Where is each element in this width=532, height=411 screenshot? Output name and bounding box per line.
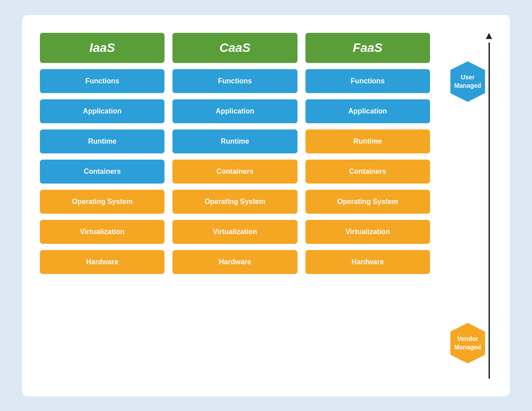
cell-iaas-hardware: Hardware <box>40 250 164 274</box>
vendor-managed-label: VendorManaged <box>454 335 481 351</box>
cell-iaas-runtime: Runtime <box>40 129 164 153</box>
cell-faas-hardware: Hardware <box>305 250 430 274</box>
cell-caas-hardware: Hardware <box>172 250 297 274</box>
column-iaas: IaaSFunctionsApplicationRuntimeContainer… <box>40 33 164 379</box>
vendor-managed-hexagon: VendorManaged <box>448 321 488 365</box>
header-faas: FaaS <box>305 33 430 63</box>
cell-caas-application: Application <box>172 99 297 123</box>
cell-iaas-containers: Containers <box>40 160 164 184</box>
cell-faas-functions: Functions <box>305 69 430 93</box>
cell-caas-operating-system: Operating System <box>172 190 297 214</box>
cell-iaas-application: Application <box>40 99 164 123</box>
card: IaaSFunctionsApplicationRuntimeContainer… <box>22 15 510 396</box>
cell-faas-application: Application <box>305 99 430 123</box>
column-faas: FaaSFunctionsApplicationRuntimeContainer… <box>305 33 430 379</box>
cell-iaas-operating-system: Operating System <box>40 190 164 214</box>
cell-caas-containers: Containers <box>172 160 297 184</box>
cell-faas-runtime: Runtime <box>305 129 430 153</box>
vendor-managed-hex: VendorManaged <box>448 321 488 365</box>
cell-iaas-virtualization: Virtualization <box>40 220 164 244</box>
cell-iaas-functions: Functions <box>40 69 164 93</box>
columns-wrapper: IaaSFunctionsApplicationRuntimeContainer… <box>40 33 430 379</box>
user-managed-label: UserManaged <box>454 73 481 89</box>
cell-faas-operating-system: Operating System <box>305 190 430 214</box>
cell-faas-containers: Containers <box>305 160 430 184</box>
cell-faas-virtualization: Virtualization <box>305 220 430 244</box>
side-section: UserManaged VendorManaged <box>439 33 497 379</box>
cell-caas-virtualization: Virtualization <box>172 220 297 244</box>
user-managed-hex: UserManaged <box>448 59 488 104</box>
column-caas: CaaSFunctionsApplicationRuntimeContainer… <box>172 33 297 379</box>
header-iaas: IaaS <box>40 33 164 63</box>
cell-caas-runtime: Runtime <box>172 129 297 153</box>
arrow-head <box>486 33 492 39</box>
arrow-shaft <box>489 43 490 379</box>
user-managed-hexagon: UserManaged <box>448 59 488 104</box>
header-caas: CaaS <box>172 33 297 63</box>
cell-caas-functions: Functions <box>172 69 297 93</box>
